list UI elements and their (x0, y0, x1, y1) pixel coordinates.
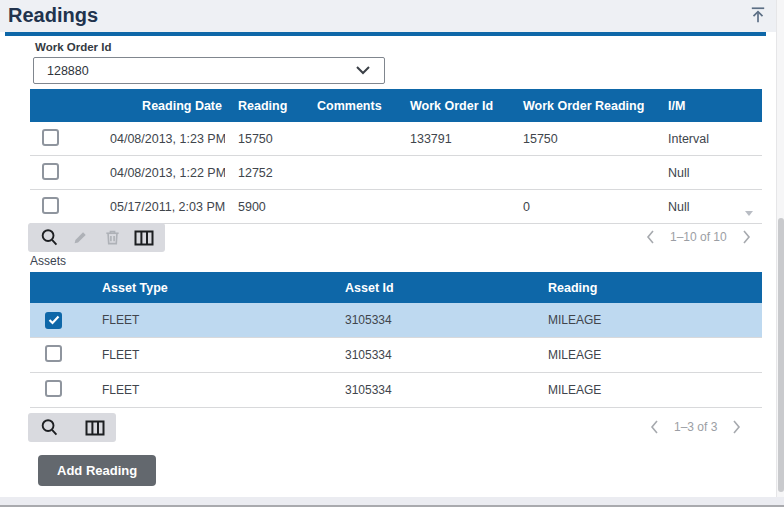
search-icon[interactable] (38, 227, 60, 249)
row-checkbox[interactable] (42, 163, 59, 180)
asset-id-cell: 3105334 (333, 383, 536, 397)
readings-pagination: 1–10 of 10 (646, 230, 751, 244)
title-divider (5, 32, 766, 36)
page-previous-icon[interactable] (650, 420, 659, 434)
asset-row[interactable]: FLEET 3105334 MILEAGE (30, 338, 762, 373)
asset-reading-cell: MILEAGE (536, 313, 762, 327)
asset-type-cell: FLEET (90, 383, 333, 397)
page-next-icon[interactable] (732, 420, 741, 434)
chevron-down-icon (356, 64, 370, 78)
work-order-id-value: 128880 (47, 64, 89, 78)
page-title: Readings (8, 4, 98, 27)
asset-reading-cell: MILEAGE (536, 348, 762, 362)
work-order-id-cell: 133791 (398, 132, 511, 146)
assets-section-label: Assets (30, 254, 66, 268)
work-order-reading-cell: 15750 (511, 132, 656, 146)
grid-scroll-down-icon[interactable] (745, 211, 753, 216)
pagination-label: 1–3 of 3 (674, 420, 717, 434)
assets-toolbar (28, 413, 116, 442)
row-checkbox[interactable] (42, 197, 59, 214)
asset-id-cell: 3105334 (333, 348, 536, 362)
reading-row[interactable]: 04/08/2013, 1:22 PM 12752 Null (30, 156, 762, 190)
edit-icon[interactable] (70, 227, 92, 249)
search-icon[interactable] (38, 417, 60, 439)
column-header-asset-id[interactable]: Asset Id (333, 281, 536, 295)
readings-toolbar (28, 223, 165, 252)
reading-row[interactable]: 04/08/2013, 1:23 PM 15750 133791 15750 I… (30, 122, 762, 156)
row-checkbox[interactable] (45, 312, 62, 329)
column-header-comments[interactable]: Comments (305, 99, 398, 113)
readings-panel: Readings Work Order Id 128880 Reading Da… (0, 0, 784, 507)
column-header-im[interactable]: I/M (656, 99, 762, 113)
reading-date-cell: 04/08/2013, 1:23 PM (95, 132, 225, 146)
assets-table-header: Asset Type Asset Id Reading (30, 272, 762, 303)
columns-icon[interactable] (133, 227, 155, 249)
page-previous-icon[interactable] (646, 230, 655, 244)
reading-row[interactable]: 05/17/2011, 2:03 PM 5900 0 Null (30, 190, 762, 224)
row-checkbox[interactable] (45, 380, 62, 397)
reading-date-cell: 04/08/2013, 1:22 PM (95, 166, 225, 180)
vertical-scrollbar (776, 0, 784, 497)
work-order-id-select[interactable]: 128880 (33, 57, 385, 84)
column-header-work-order-id[interactable]: Work Order Id (398, 99, 511, 113)
work-order-reading-cell: 0 (511, 200, 656, 214)
reading-cell: 5900 (225, 200, 305, 214)
readings-table-header: Reading Date Reading Comments Work Order… (30, 89, 762, 122)
column-header-work-order-reading[interactable]: Work Order Reading (511, 99, 656, 113)
scrollbar-thumb[interactable] (778, 218, 784, 492)
reading-date-cell: 05/17/2011, 2:03 PM (95, 200, 225, 214)
asset-type-cell: FLEET (90, 348, 333, 362)
column-header-asset-type[interactable]: Asset Type (90, 281, 333, 295)
column-header-reading[interactable]: Reading (225, 99, 305, 113)
im-cell: Interval (656, 132, 762, 146)
scroll-to-top-icon[interactable] (749, 6, 767, 24)
asset-row[interactable]: FLEET 3105334 MILEAGE (30, 303, 762, 338)
column-header-reading-date[interactable]: Reading Date (95, 99, 225, 113)
reading-cell: 15750 (225, 132, 305, 146)
work-order-id-label: Work Order Id (35, 41, 111, 53)
asset-id-cell: 3105334 (333, 313, 536, 327)
delete-icon[interactable] (101, 227, 123, 249)
asset-reading-cell: MILEAGE (536, 383, 762, 397)
row-checkbox[interactable] (42, 129, 59, 146)
page-next-icon[interactable] (742, 230, 751, 244)
columns-icon[interactable] (84, 417, 106, 439)
panel-titlebar: Readings (0, 0, 776, 32)
assets-table: Asset Type Asset Id Reading FLEET 310533… (30, 272, 762, 408)
row-checkbox[interactable] (45, 345, 62, 362)
add-reading-button[interactable]: Add Reading (38, 455, 156, 486)
pagination-label: 1–10 of 10 (670, 230, 727, 244)
im-cell: Null (656, 166, 762, 180)
asset-type-cell: FLEET (90, 313, 333, 327)
reading-cell: 12752 (225, 166, 305, 180)
column-header-asset-reading[interactable]: Reading (536, 281, 762, 295)
asset-row[interactable]: FLEET 3105334 MILEAGE (30, 373, 762, 408)
assets-pagination: 1–3 of 3 (650, 420, 741, 434)
readings-table: Reading Date Reading Comments Work Order… (30, 89, 762, 224)
